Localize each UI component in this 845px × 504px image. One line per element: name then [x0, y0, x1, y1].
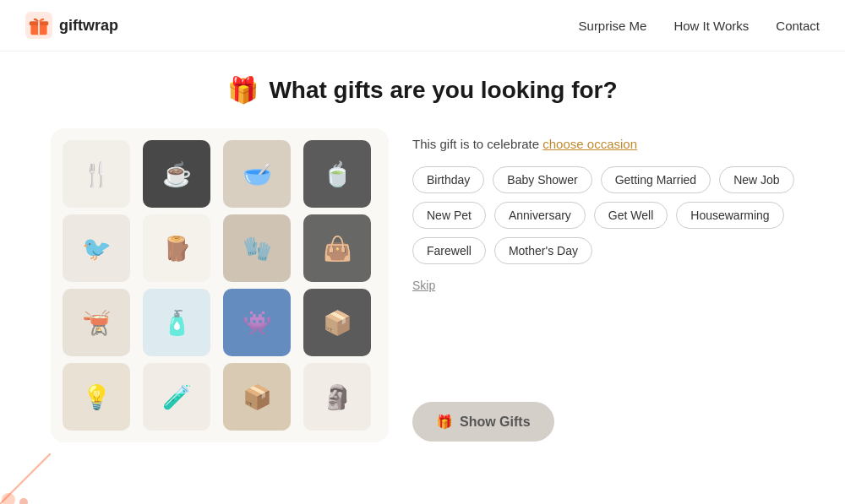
logo: giftwrap	[25, 12, 118, 39]
chip-new-pet[interactable]: New Pet	[412, 202, 486, 229]
svg-point-4	[2, 493, 15, 504]
celebrate-text: This gift is to celebrate choose occasio…	[412, 137, 794, 151]
page-headline: 🎁 What gifts are you looking for?	[227, 75, 617, 105]
product-cell-gloves: 🧤	[223, 214, 291, 282]
show-gifts-button[interactable]: 🎁 Show Gifts	[412, 402, 554, 442]
product-cell-lamp: 💡	[63, 363, 130, 431]
gift-emoji: 🎁	[227, 75, 259, 105]
logo-text: giftwrap	[59, 17, 118, 35]
show-gifts-emoji: 🎁	[436, 414, 453, 430]
nav-contact[interactable]: Contact	[776, 19, 820, 33]
chip-mother's-day[interactable]: Mother's Day	[494, 237, 592, 264]
chip-anniversary[interactable]: Anniversary	[494, 202, 586, 229]
product-cell-utensils: 🍴	[63, 140, 130, 208]
product-cell-bottle: 🧴	[143, 289, 210, 356]
product-cell-tube: 🧪	[143, 363, 210, 431]
corner-decoration	[0, 453, 51, 504]
logo-icon	[25, 12, 52, 39]
product-cell-case: 📦	[303, 289, 371, 356]
product-grid: 🍴☕🥣🍵🐦🪵🧤👜🫕🧴👾📦💡🧪📦🗿	[63, 140, 377, 431]
main-content: 🎁 What gifts are you looking for? 🍴☕🥣🍵🐦🪵…	[0, 51, 845, 442]
content-area: 🍴☕🥣🍵🐦🪵🧤👜🫕🧴👾📦💡🧪📦🗿 This gift is to celebra…	[0, 128, 845, 442]
product-cell-bird: 🐦	[63, 214, 130, 282]
product-cell-figure: 🗿	[303, 363, 371, 431]
product-cell-cooker: 🫕	[63, 289, 130, 356]
product-cell-monster: 👾	[223, 289, 291, 356]
choose-occasion-link[interactable]: choose occasion	[542, 137, 637, 151]
chip-birthday[interactable]: Birthday	[412, 166, 484, 193]
headline-text: What gifts are you looking for?	[269, 77, 617, 104]
product-cell-bag: 👜	[303, 214, 371, 282]
nav-surprise-me[interactable]: Surprise Me	[579, 19, 647, 33]
chip-getting-married[interactable]: Getting Married	[601, 166, 711, 193]
chip-farewell[interactable]: Farewell	[412, 237, 486, 264]
nav-how-it-works[interactable]: How It Works	[673, 19, 749, 33]
product-cell-board: 🪵	[143, 214, 210, 282]
chip-new-job[interactable]: New Job	[719, 166, 793, 193]
product-cell-tea: 🍵	[303, 140, 371, 208]
show-gifts-label: Show Gifts	[460, 415, 531, 430]
product-grid-container: 🍴☕🥣🍵🐦🪵🧤👜🫕🧴👾📦💡🧪📦🗿	[51, 128, 389, 442]
chip-get-well[interactable]: Get Well	[594, 202, 668, 229]
svg-point-5	[19, 498, 28, 504]
product-cell-bowl: 🥣	[223, 140, 291, 208]
chip-housewarming[interactable]: Housewarming	[676, 202, 783, 229]
navbar: giftwrap Surprise Me How It Works Contac…	[0, 0, 845, 51]
occasion-chips: BirthdayBaby ShowerGetting MarriedNew Jo…	[412, 166, 794, 264]
chip-baby-shower[interactable]: Baby Shower	[493, 166, 592, 193]
skip-link[interactable]: Skip	[412, 279, 435, 292]
nav-links: Surprise Me How It Works Contact	[579, 19, 820, 33]
right-panel: This gift is to celebrate choose occasio…	[412, 128, 794, 442]
product-cell-mug: ☕	[143, 140, 210, 208]
product-cell-box: 📦	[223, 363, 291, 431]
